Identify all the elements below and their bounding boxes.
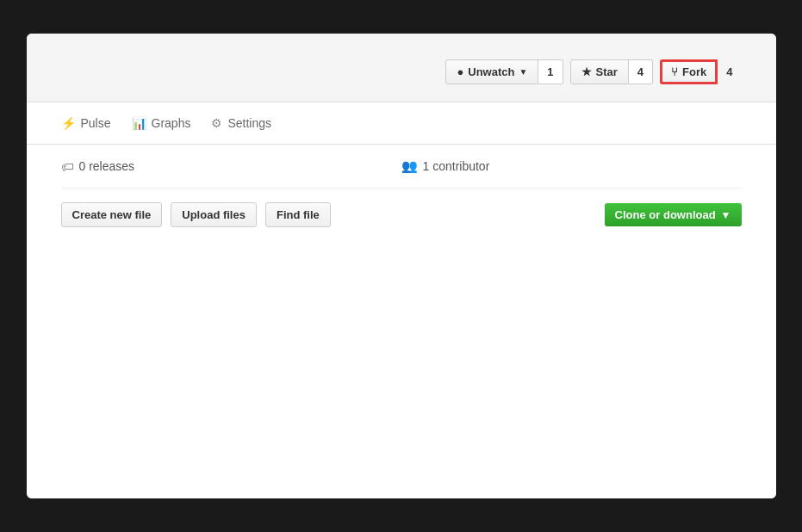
tag-icon: 🏷 (61, 159, 74, 174)
gear-icon: ⚙ (211, 116, 222, 130)
clone-or-download-button[interactable]: Clone or download ▼ (605, 203, 742, 226)
star-group: ★ Star 4 (570, 59, 654, 84)
settings-label: Settings (227, 116, 271, 130)
unwatch-count[interactable]: 1 (538, 59, 563, 84)
stats-row: 🏷 0 releases 👥 1 contributor (61, 145, 742, 189)
star-button[interactable]: ★ Star (570, 59, 629, 84)
star-count[interactable]: 4 (629, 59, 653, 84)
star-label: Star (596, 65, 618, 78)
clone-label: Clone or download (615, 208, 716, 221)
actions-row: Create new file Upload files Find file C… (61, 189, 742, 241)
pulse-nav-item[interactable]: ⚡ Pulse (61, 106, 111, 140)
graphs-nav-item[interactable]: 📊 Graphs (132, 106, 191, 140)
fork-icon: ⑂ (671, 65, 678, 78)
nav-section: ⚡ Pulse 📊 Graphs ⚙ Settings (27, 102, 776, 145)
fork-group: ⑂ Fork 4 (660, 59, 741, 84)
fork-label: Fork (682, 65, 706, 78)
find-file-button[interactable]: Find file (265, 202, 331, 227)
top-section: ● Unwatch ▼ 1 ★ Star 4 ⑂ Fork 4 (27, 34, 776, 102)
eye-icon: ● (457, 65, 463, 78)
people-icon: 👥 (401, 158, 418, 174)
unwatch-label: Unwatch (468, 65, 514, 78)
unwatch-button[interactable]: ● Unwatch ▼ (445, 59, 538, 84)
upload-files-label: Upload files (182, 208, 246, 221)
releases-stat[interactable]: 🏷 0 releases (61, 159, 401, 174)
settings-nav-item[interactable]: ⚙ Settings (211, 106, 271, 140)
fork-count[interactable]: 4 (718, 59, 741, 84)
bar-chart-icon: 📊 (132, 116, 146, 130)
pulse-icon: ⚡ (61, 116, 76, 130)
graphs-label: Graphs (152, 116, 191, 130)
chevron-down-icon: ▼ (519, 67, 527, 77)
find-file-label: Find file (277, 208, 320, 221)
content-section: 🏷 0 releases 👥 1 contributor Create new … (27, 145, 776, 498)
star-icon: ★ (581, 65, 592, 78)
create-file-label: Create new file (72, 208, 152, 221)
pulse-label: Pulse (81, 116, 111, 130)
releases-label: 0 releases (79, 159, 135, 173)
unwatch-group: ● Unwatch ▼ 1 (445, 59, 563, 84)
fork-button[interactable]: ⑂ Fork (660, 59, 718, 84)
create-new-file-button[interactable]: Create new file (61, 202, 163, 227)
contributors-stat[interactable]: 👥 1 contributor (401, 158, 742, 174)
main-card: ● Unwatch ▼ 1 ★ Star 4 ⑂ Fork 4 ⚡ (27, 34, 776, 498)
upload-files-button[interactable]: Upload files (171, 202, 257, 227)
contributors-label: 1 contributor (423, 159, 490, 173)
chevron-down-icon: ▼ (721, 209, 731, 221)
